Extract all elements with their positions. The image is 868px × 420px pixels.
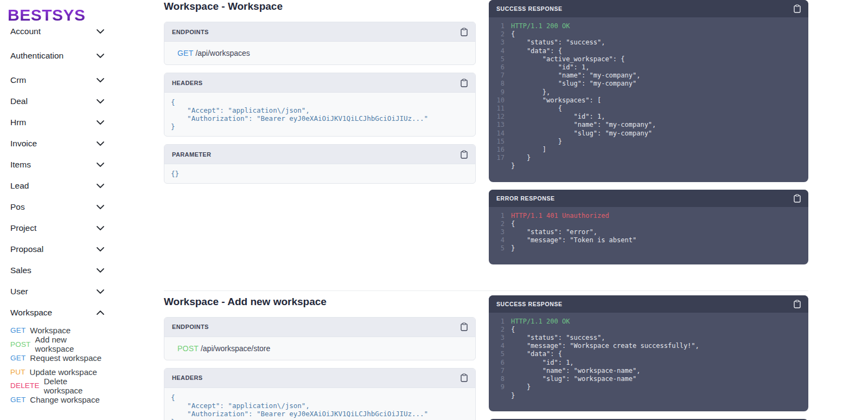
response-code: HTTP/1.1 200 OK { "status": "success", "… <box>511 318 699 400</box>
chevron-down-icon <box>97 205 104 209</box>
copy-button[interactable] <box>794 4 801 13</box>
chevron-down-icon <box>97 99 104 104</box>
sidebar-item-label: Project <box>10 223 36 233</box>
error-response-body: 1 2 3 4 5 HTTP/1.1 401 Unauthorized { "s… <box>489 207 808 264</box>
headers-code-body: { "Accept": "application\/json", "Author… <box>164 93 475 136</box>
copy-button[interactable] <box>461 28 468 36</box>
sidebar-item-label: Authentication <box>10 51 63 61</box>
error-response-panel: ERROR RESPONSE 1 2 3 4 5 HTTP/1.1 401 Un… <box>489 190 808 264</box>
endpoint-link-label: Request workspace <box>30 353 101 363</box>
sidebar-item-label: Hrm <box>10 118 26 127</box>
endpoint-row: POST/api/workspace/store <box>164 337 475 360</box>
success-response-panel: SUCCESS RESPONSE 1 2 3 4 5 6 7 8 9 HTTP/… <box>489 295 808 411</box>
headers-card: HEADERS { "Accept": "application\/json",… <box>164 368 476 420</box>
sidebar-item-pos[interactable]: Pos <box>10 196 104 217</box>
headers-card: HEADERS { "Accept": "application\/json",… <box>164 73 476 137</box>
endpoint-path: /api/workspace/store <box>201 344 270 353</box>
sidebar-item-hrm[interactable]: Hrm <box>10 112 104 133</box>
sidebar-item-authentication[interactable]: Authentication <box>10 45 104 66</box>
chevron-down-icon <box>97 141 104 146</box>
http-status-line: HTTP/1.1 200 OK <box>511 22 570 30</box>
method-badge: DELETE <box>10 382 40 390</box>
endpoints-card: ENDPOINTS POST/api/workspace/store <box>164 317 476 360</box>
method-badge: PUT <box>10 368 25 376</box>
line-numbers: 1 2 3 4 5 6 7 8 9 <box>496 318 505 400</box>
sidebar-item-user[interactable]: User <box>10 281 104 302</box>
sidebar-item-invoice[interactable]: Invoice <box>10 133 104 154</box>
chevron-up-icon <box>97 311 104 315</box>
chevron-down-icon <box>97 78 104 82</box>
http-status-line: HTTP/1.1 401 Unauthorized <box>511 212 609 219</box>
parameter-card: PARAMETER {} <box>164 144 476 184</box>
copy-button[interactable] <box>794 194 801 203</box>
panel-title: SUCCESS RESPONSE <box>496 301 563 307</box>
chevron-down-icon <box>97 226 104 230</box>
chevron-down-icon <box>97 54 104 58</box>
parameter-code: {} <box>171 170 469 178</box>
headers-card-header: HEADERS <box>164 73 475 93</box>
headers-card-header: HEADERS <box>164 369 475 388</box>
sidebar-endpoint-change-workspace[interactable]: GET Change workspace <box>10 393 104 407</box>
success-response-header: SUCCESS RESPONSE <box>489 0 808 17</box>
sidebar-endpoint-delete-workspace[interactable]: DELETE Delete workspace <box>10 379 104 393</box>
section-left-column: Workspace - Workspace ENDPOINTS GET/api/… <box>164 0 476 191</box>
sidebar-endpoint-request-workspace[interactable]: GET Request workspace <box>10 351 104 365</box>
chevron-down-icon <box>97 184 104 188</box>
section-right-column: SUCCESS RESPONSE 1 2 3 4 5 6 7 8 9 10 11… <box>489 0 808 272</box>
chevron-down-icon <box>97 163 104 167</box>
sidebar-item-workspace[interactable]: Workspace <box>10 302 104 323</box>
sidebar-endpoint-add-new-workspace[interactable]: POST Add new workspace <box>10 338 104 352</box>
clipboard-icon <box>794 194 801 203</box>
headers-code: { "Accept": "application\/json", "Author… <box>171 393 469 420</box>
endpoint-path: /api/workspaces <box>195 49 250 57</box>
response-json: { "status": "success", "message": "Works… <box>511 326 699 399</box>
copy-button[interactable] <box>461 322 468 331</box>
clipboard-icon <box>461 28 468 36</box>
main-content: Workspace - Workspace ENDPOINTS GET/api/… <box>164 0 808 420</box>
chevron-down-icon <box>97 247 104 251</box>
method-badge: GET <box>177 49 193 57</box>
card-title: PARAMETER <box>172 151 211 158</box>
endpoint-link-label: Workspace <box>30 326 71 335</box>
sidebar-item-label: Sales <box>10 266 31 275</box>
endpoint-row: GET/api/workspaces <box>164 42 475 64</box>
response-json: { "status": "error", "message": "Token i… <box>511 220 636 253</box>
sidebar-item-label: Invoice <box>10 139 37 148</box>
sidebar-item-crm[interactable]: Crm <box>10 69 104 91</box>
sidebar-item-label: Workspace <box>10 308 52 318</box>
chevron-down-icon <box>97 289 104 294</box>
card-title: HEADERS <box>172 80 203 86</box>
line-numbers: 1 2 3 4 5 <box>496 212 505 253</box>
section-right-column: SUCCESS RESPONSE 1 2 3 4 5 6 7 8 9 HTTP/… <box>489 295 808 420</box>
brand-logo[interactable]: BESTSYS <box>8 7 86 23</box>
chevron-down-icon <box>97 268 104 273</box>
copy-button[interactable] <box>461 79 468 87</box>
sidebar-item-proposal[interactable]: Proposal <box>10 238 104 260</box>
method-badge: GET <box>10 326 25 334</box>
sidebar-item-deal[interactable]: Deal <box>10 91 104 112</box>
copy-button[interactable] <box>461 373 468 382</box>
success-response-body: 1 2 3 4 5 6 7 8 9 HTTP/1.1 200 OK { "sta… <box>489 313 808 411</box>
sidebar-item-sales[interactable]: Sales <box>10 260 104 281</box>
card-title: HEADERS <box>172 374 203 381</box>
error-response-header: ERROR RESPONSE <box>489 190 808 207</box>
sidebar-item-items[interactable]: Items <box>10 154 104 175</box>
section-left-column: Workspace - Add new workspace ENDPOINTS … <box>164 295 476 420</box>
sidebar-item-project[interactable]: Project <box>10 217 104 238</box>
page-title: Workspace - Workspace <box>164 0 476 12</box>
clipboard-icon <box>461 322 468 331</box>
sidebar-item-lead[interactable]: Lead <box>10 175 104 196</box>
success-response-body: 1 2 3 4 5 6 7 8 9 10 11 12 13 14 15 16 1… <box>489 17 808 182</box>
clipboard-icon <box>794 4 801 13</box>
copy-button[interactable] <box>794 300 801 308</box>
endpoint-link-label: Update workspace <box>30 367 97 377</box>
method-badge: POST <box>10 340 31 348</box>
success-response-panel: SUCCESS RESPONSE 1 2 3 4 5 6 7 8 9 10 11… <box>489 0 808 182</box>
clipboard-icon <box>461 373 468 382</box>
success-response-header: SUCCESS RESPONSE <box>489 295 808 313</box>
copy-button[interactable] <box>461 150 468 159</box>
panel-title: ERROR RESPONSE <box>496 195 555 202</box>
page-title: Workspace - Add new workspace <box>164 295 476 308</box>
endpoints-card-header: ENDPOINTS <box>164 22 475 42</box>
workspace-endpoint-list: GET Workspace POST Add new workspace GET… <box>10 324 104 406</box>
